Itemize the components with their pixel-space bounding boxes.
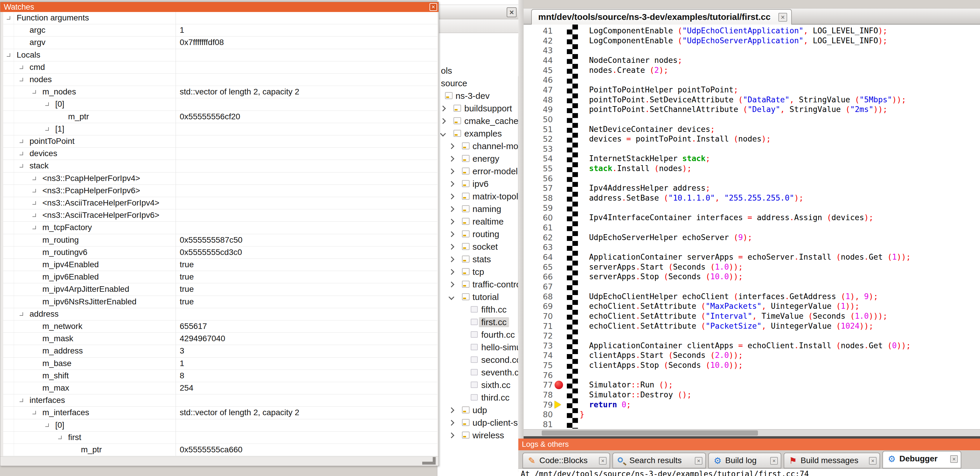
code-line[interactable]: 78 Simulator::Destroy (); [523,390,980,400]
line-number[interactable]: 41 [523,26,553,35]
tree-item[interactable]: socket [438,241,523,254]
log-tab-build-log[interactable]: ⚙Build log× [708,453,781,468]
code-line[interactable]: 53 [523,144,980,154]
code-line[interactable]: 54 InternetStackHelper stack; [523,153,980,163]
log-tab-close-button[interactable]: × [950,455,958,463]
code-line[interactable]: 72 [523,331,980,341]
line-number[interactable]: 43 [523,46,553,55]
line-number[interactable]: 77 [523,380,553,390]
watch-row[interactable]: [0] [3,98,438,110]
code-line[interactable]: 71 echoClient.SetAttribute ("PacketSize"… [523,321,980,331]
chevron-right-icon[interactable] [45,127,49,131]
watch-row[interactable]: m_shift8 [3,370,438,382]
files-panel-caption[interactable]: × [438,5,523,19]
line-number[interactable]: 69 [523,302,553,311]
code-line[interactable]: 41 LogComponentEnable ("UdpEchoClientApp… [523,26,980,36]
code-line[interactable]: 70 echoClient.SetAttribute ("Interval", … [523,311,980,321]
chevron-right-icon[interactable] [449,168,454,174]
line-number[interactable]: 79 [523,400,553,409]
editor-horizontal-scrollbar-thumb[interactable] [542,430,758,436]
watches-resize-grip[interactable] [422,457,436,465]
line-number[interactable]: 58 [523,193,553,203]
log-tab-close-button[interactable]: × [695,457,702,465]
chevron-right-icon[interactable] [32,189,36,192]
watch-row[interactable]: m_ptr0x5555555ca660 [3,444,438,456]
code-line[interactable]: 80} [523,409,980,419]
code-line[interactable]: 68 UdpEchoClientHelper echoClient (inter… [523,292,980,302]
line-number[interactable]: 50 [523,115,553,124]
code-line[interactable]: 61 [523,222,980,232]
tree-item[interactable]: error-model [438,166,523,178]
tree-item[interactable]: fourth.cc [438,329,523,342]
tree-item[interactable]: first.cc [438,317,523,329]
code-line[interactable]: 45 nodes.Create (2); [523,65,980,75]
line-number[interactable]: 71 [523,322,553,331]
code-line[interactable]: 47 PointToPointHelper pointToPoint; [523,85,980,95]
chevron-down-icon[interactable] [32,90,36,94]
log-tab-search-results[interactable]: Search results× [612,453,706,468]
code-line[interactable]: 60 Ipv4InterfaceContainer interfaces = a… [523,212,980,222]
line-number[interactable]: 81 [523,420,553,429]
watch-row[interactable]: [0] [3,419,438,431]
breakpoint-icon[interactable] [555,381,563,389]
watch-row[interactable]: <ns3::PcapHelperForIpv6> [3,185,438,197]
code-line[interactable]: 51 NetDeviceContainer devices; [523,124,980,134]
chevron-right-icon[interactable] [449,156,454,162]
tree-item[interactable]: udp [438,405,523,417]
watch-row[interactable]: m_ipv6NsRsJitterEnabledtrue [3,296,438,308]
tree-item[interactable]: naming [438,203,523,216]
code-line[interactable]: 79 return 0; [523,400,980,410]
code-line[interactable]: 50 [523,114,980,124]
code-line[interactable]: 55 stack.Install (nodes); [523,163,980,173]
chevron-down-icon[interactable] [449,294,454,300]
tree-item[interactable]: buildsupport [438,103,523,115]
chevron-right-icon[interactable] [449,206,454,212]
watch-row[interactable]: m_ipv4Enabledtrue [3,259,438,271]
code-line[interactable]: 57 Ipv4AddressHelper address; [523,183,980,193]
tree-item[interactable]: ols [438,65,523,78]
tree-item[interactable]: source [438,78,523,90]
line-number[interactable]: 49 [523,105,553,114]
code-editor[interactable]: 41 LogComponentEnable ("UdpEchoClientApp… [523,24,980,429]
watch-row[interactable]: m_address3 [3,345,438,357]
code-line[interactable]: 75 clientApps.Stop (Seconds (10.0)); [523,360,980,370]
line-number[interactable]: 80 [523,410,553,419]
chevron-right-icon[interactable] [32,177,36,180]
chevron-down-icon[interactable] [440,131,446,137]
code-line[interactable]: 62 UdpEchoServerHelper echoServer (9); [523,232,980,243]
chevron-right-icon[interactable] [19,152,23,155]
line-number[interactable]: 54 [523,154,553,163]
editor-bottom-sash[interactable] [523,436,980,439]
chevron-right-icon[interactable] [449,433,454,438]
chevron-right-icon[interactable] [449,181,454,187]
line-number[interactable]: 52 [523,134,553,144]
watch-row[interactable]: first [3,431,438,444]
code-line[interactable]: 74 clientApps.Start (Seconds (2.0)); [523,350,980,360]
tree-item[interactable]: tutorial [438,292,523,304]
watch-row[interactable]: m_routingv60x5555555cd3c0 [3,246,438,259]
line-number[interactable]: 42 [523,36,553,45]
watch-row[interactable]: devices [3,148,438,160]
watch-row[interactable]: m_tcpFactory [3,222,438,234]
tree-item[interactable]: cmake_cache [438,115,523,128]
chevron-right-icon[interactable] [449,219,454,225]
tree-item[interactable]: matrix-topolo [438,191,523,203]
watch-row[interactable]: Locals [3,49,438,61]
chevron-right-icon[interactable] [19,139,23,143]
watch-row[interactable]: pointToPoint [3,135,438,148]
tree-item[interactable]: wireless [438,430,523,442]
tree-item[interactable]: seventh.cc [438,367,523,380]
chevron-right-icon[interactable] [449,256,454,262]
chevron-down-icon[interactable] [19,164,23,168]
tree-item[interactable]: udp-client-ser [438,417,523,430]
code-line[interactable]: 73 ApplicationContainer clientApps = ech… [523,341,980,351]
code-line[interactable]: 67 [523,281,980,292]
chevron-down-icon[interactable] [19,312,23,316]
chevron-right-icon[interactable] [32,201,36,204]
line-number[interactable]: 44 [523,56,553,65]
line-number[interactable]: 60 [523,213,553,222]
tree-item[interactable]: sixth.cc [438,380,523,392]
chevron-right-icon[interactable] [449,143,454,149]
code-line[interactable]: 58 address.SetBase ("10.1.1.0", "255.255… [523,193,980,203]
tree-item[interactable]: traffic-contro [438,279,523,292]
